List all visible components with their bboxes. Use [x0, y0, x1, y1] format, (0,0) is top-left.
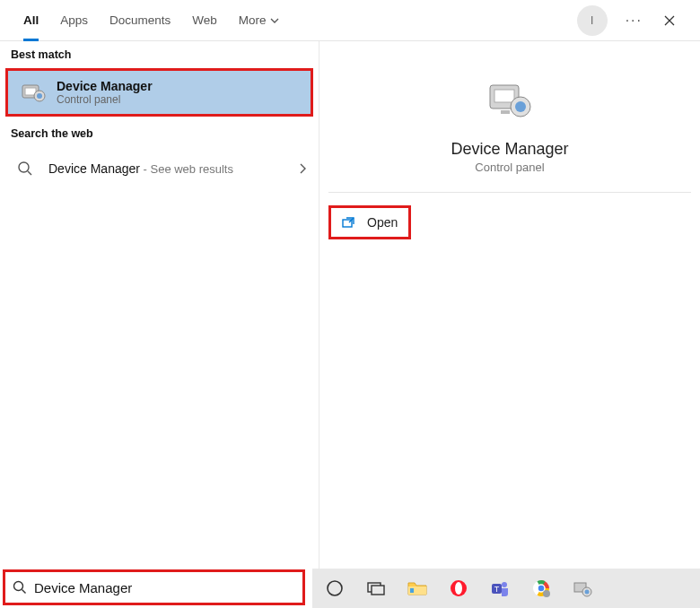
- user-avatar[interactable]: I: [577, 5, 608, 36]
- best-match-label: Best match: [0, 41, 319, 66]
- result-web-device-manager[interactable]: Device Manager - See web results: [0, 145, 319, 192]
- detail-card: Device Manager Control panel: [328, 50, 691, 193]
- svg-point-3: [37, 93, 42, 99]
- detail-panel: Device Manager Control panel Open: [319, 41, 700, 608]
- search-input[interactable]: [34, 580, 295, 595]
- svg-text:T: T: [494, 585, 500, 594]
- search-icon: [11, 154, 39, 183]
- device-manager-taskbar-icon[interactable]: [565, 571, 599, 605]
- tab-more[interactable]: More: [228, 0, 290, 41]
- svg-point-11: [14, 582, 23, 591]
- tab-apps[interactable]: Apps: [49, 0, 99, 41]
- svg-point-12: [328, 581, 342, 595]
- svg-rect-16: [410, 588, 414, 593]
- open-action[interactable]: Open: [328, 205, 411, 239]
- result-device-manager[interactable]: Device Manager Control panel: [5, 68, 313, 117]
- svg-point-4: [19, 162, 29, 172]
- teams-icon[interactable]: T: [483, 571, 517, 605]
- search-filter-tabs: All Apps Documents Web More I ···: [0, 0, 700, 41]
- result-title: Device Manager: [57, 79, 153, 93]
- detail-subtitle: Control panel: [337, 161, 682, 174]
- close-button[interactable]: [652, 3, 687, 39]
- search-web-label: Search the web: [0, 120, 319, 145]
- chevron-right-icon: [299, 163, 306, 174]
- chrome-icon[interactable]: [524, 571, 558, 605]
- device-manager-large-icon: [483, 72, 537, 126]
- web-result-suffix: - See web results: [140, 162, 233, 176]
- close-icon: [663, 14, 676, 27]
- svg-point-27: [585, 590, 590, 595]
- svg-point-23: [538, 585, 545, 592]
- svg-point-24: [543, 590, 550, 597]
- tab-all[interactable]: All: [13, 0, 49, 41]
- chevron-down-icon: [270, 18, 279, 23]
- tab-documents[interactable]: Documents: [99, 0, 181, 41]
- svg-point-21: [502, 582, 507, 587]
- svg-rect-14: [372, 586, 384, 595]
- taskbar: T: [312, 569, 700, 608]
- task-view-icon[interactable]: [359, 571, 393, 605]
- more-options-button[interactable]: ···: [617, 7, 652, 34]
- svg-rect-9: [501, 110, 510, 114]
- svg-point-8: [515, 101, 526, 112]
- device-manager-icon: [19, 78, 48, 107]
- search-icon: [13, 580, 27, 595]
- open-icon: [342, 216, 356, 229]
- opera-icon[interactable]: [442, 571, 476, 605]
- result-subtitle: Control panel: [57, 93, 153, 106]
- svg-rect-6: [494, 90, 514, 102]
- cortana-icon[interactable]: [318, 571, 352, 605]
- detail-title: Device Manager: [337, 140, 682, 159]
- open-label: Open: [367, 215, 398, 230]
- search-input-container[interactable]: [3, 569, 305, 605]
- tab-web[interactable]: Web: [181, 0, 228, 41]
- svg-point-18: [455, 582, 462, 595]
- results-panel: Best match Device Manager Control panel …: [0, 41, 319, 608]
- file-explorer-icon[interactable]: [400, 571, 434, 605]
- web-result-title: Device Manager: [48, 161, 140, 176]
